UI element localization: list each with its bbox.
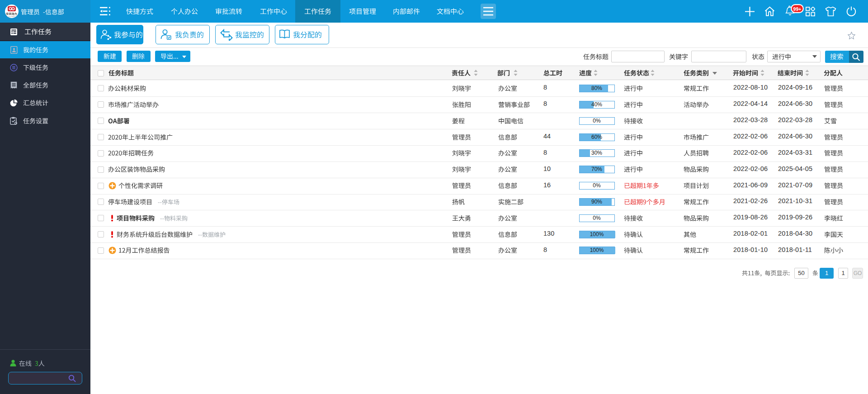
svg-text:99+: 99+ (793, 6, 802, 12)
